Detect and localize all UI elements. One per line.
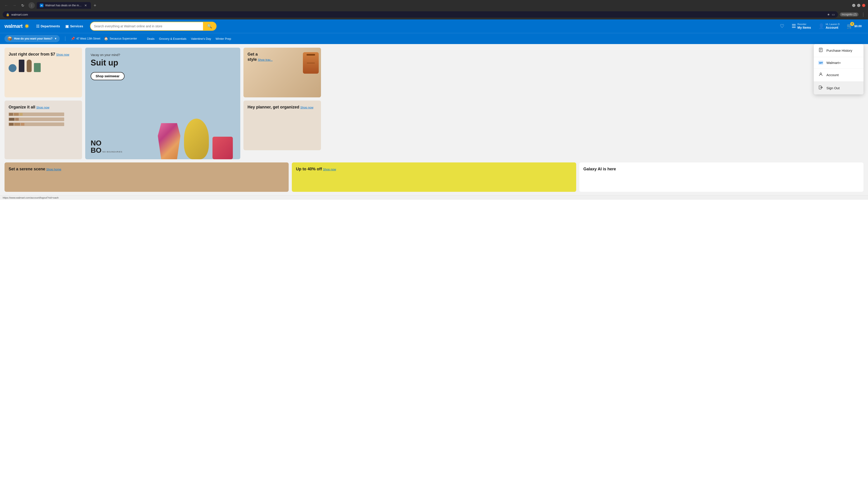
walmart-logo[interactable]: walmart ✸	[4, 23, 29, 30]
divider	[65, 36, 65, 41]
heart-icon: ♡	[780, 23, 784, 29]
account-button[interactable]: 👤 Hi, Lauren D Account	[816, 22, 842, 31]
hero-shop-button[interactable]: Shop swimwear	[91, 72, 125, 80]
person-icon	[818, 72, 823, 78]
store-text: Secaucus Supercenter	[110, 37, 137, 40]
nav-link-grocery[interactable]: Grocery & Essentials	[159, 37, 186, 40]
scene-card[interactable]: Set a serene scene Shop home	[4, 162, 289, 192]
departments-label: Departments	[41, 24, 60, 28]
dropdown-purchase-history[interactable]: Purchase History	[814, 44, 864, 57]
nav-links: Deals Grocery & Essentials Valentine's D…	[147, 37, 231, 40]
account-label-bottom: Account	[826, 26, 840, 30]
tab-close-button[interactable]: ✕	[84, 3, 88, 7]
sale-card-link[interactable]: Shop now	[323, 168, 336, 171]
close-button[interactable]	[862, 4, 865, 7]
delivery-text: How do you want your items?	[14, 37, 53, 40]
cart-total: $0.00	[854, 24, 862, 28]
purchase-history-label: Purchase History	[827, 48, 852, 53]
address-item[interactable]: 📌 47 West 13th Street	[71, 37, 100, 41]
bottom-row: Set a serene scene Shop home Up to 40% o…	[4, 162, 864, 192]
cart-button[interactable]: 🛒 0 $0.00	[845, 22, 864, 30]
receipt-icon	[818, 48, 823, 53]
address-bar: 🔒 walmart.com ★ ▭ Incognito (2) ⋮	[3, 10, 865, 20]
browser-chrome: ← → ↻ ⋮ W Walmart has deals on the most.…	[0, 0, 868, 20]
planner-card[interactable]: Hey planner, get organized Shop now	[243, 101, 321, 150]
incognito-badge[interactable]: Incognito (2)	[840, 12, 859, 17]
dropdown-walmart-plus[interactable]: w+ Walmart+	[814, 57, 864, 68]
main-content: Just right decor from $7 Shop now Organi…	[0, 44, 868, 195]
account-dropdown-label: Account	[827, 73, 839, 77]
sign-out-icon	[818, 85, 823, 91]
walmart-header: walmart ✸ ☷ Departments ▣ Services 🔍 ♡ ☰…	[0, 20, 868, 33]
delivery-selector[interactable]: 📦 How do you want your items? ▼	[4, 35, 60, 42]
galaxy-card[interactable]: Galaxy AI is here	[579, 162, 864, 192]
nav-link-winter[interactable]: Winter Prep	[216, 37, 231, 40]
scene-card-link[interactable]: Shop home	[46, 168, 61, 171]
cards-grid: Just right decor from $7 Shop now Organi…	[4, 48, 321, 159]
departments-icon: ☷	[36, 24, 39, 29]
logo-spark: ✸	[24, 23, 29, 30]
organize-card-link[interactable]: Shop now	[36, 106, 49, 109]
walmart-plus-icon: w+	[818, 61, 823, 65]
store-item[interactable]: 🏠 Secaucus Supercenter	[104, 37, 137, 41]
delivery-icon: 📦	[7, 36, 12, 41]
services-label: Services	[70, 24, 83, 28]
dropdown-account[interactable]: Account	[814, 68, 864, 82]
maximize-button[interactable]: □	[857, 4, 860, 7]
tab-favicon: W	[40, 4, 43, 7]
search-input[interactable]	[90, 22, 203, 30]
hero-card[interactable]: Vacay on your mind? Suit up Shop swimwea…	[85, 48, 240, 159]
store-icon: 🏠	[104, 37, 108, 41]
current-url: walmart.com	[11, 13, 825, 16]
sale-card[interactable]: Up to 40% off Shop now	[292, 162, 576, 192]
right-cards-column: Get astyle Shop trav... Hey planner, get…	[243, 48, 321, 159]
services-button[interactable]: ▣ Services	[63, 23, 86, 30]
status-bar: https://www.walmart.com/account/logout?v…	[0, 195, 868, 200]
nav-link-deals[interactable]: Deals	[147, 37, 154, 40]
secure-icon: 🔒	[6, 13, 9, 16]
reorder-label-top: Reorder	[798, 23, 811, 26]
bookmark-icon[interactable]: ★	[827, 13, 830, 16]
planner-card-link[interactable]: Shop now	[301, 106, 313, 109]
status-url: https://www.walmart.com/account/logout?v…	[3, 196, 59, 199]
hero-subtitle: Vacay on your mind?	[91, 53, 235, 57]
account-dropdown: Purchase History w+ Walmart+ Account	[814, 44, 864, 94]
reorder-icon: ☰	[792, 23, 796, 29]
url-input-area[interactable]: 🔒 walmart.com ★ ▭	[3, 11, 838, 18]
search-button[interactable]: 🔍	[203, 22, 216, 30]
sale-card-title: Up to 40% off	[296, 167, 322, 171]
logo-text: walmart	[4, 23, 23, 29]
organize-card[interactable]: Organize it all Shop now	[4, 101, 82, 159]
new-tab-button[interactable]: +	[92, 2, 98, 8]
reload-button[interactable]: ↻	[19, 2, 26, 9]
scene-card-title: Set a serene scene	[8, 167, 45, 171]
search-bar: 🔍	[90, 22, 217, 31]
forward-button[interactable]: →	[11, 2, 18, 9]
travel-card-title: Get astyle	[248, 52, 258, 62]
header-nav: ☷ Departments ▣ Services	[34, 23, 86, 30]
wishlist-button[interactable]: ♡	[778, 22, 786, 30]
tab-group-button[interactable]: ⋮	[29, 2, 35, 8]
departments-button[interactable]: ☷ Departments	[34, 23, 62, 30]
browser-menu-icon[interactable]: ⋮	[861, 12, 865, 17]
decor-card-link[interactable]: Shop now	[56, 53, 69, 56]
location-pin-icon: 📌	[71, 37, 75, 41]
travel-card[interactable]: Get astyle Shop trav...	[243, 48, 321, 97]
minimize-button[interactable]: –	[852, 4, 855, 7]
location-info: 📌 47 West 13th Street 🏠 Secaucus Superce…	[71, 37, 137, 41]
decor-card[interactable]: Just right decor from $7 Shop now	[4, 48, 82, 97]
active-tab[interactable]: W Walmart has deals on the most... ✕	[37, 2, 91, 9]
svg-point-4	[820, 73, 822, 74]
galaxy-card-title: Galaxy AI is here	[583, 167, 616, 171]
sign-out-label: Sign Out	[827, 86, 839, 90]
reorder-button[interactable]: ☰ Reorder My Items	[790, 22, 813, 31]
dropdown-sign-out[interactable]: Sign Out	[814, 82, 864, 94]
travel-card-link[interactable]: Shop trav...	[258, 58, 273, 61]
split-icon[interactable]: ▭	[832, 13, 835, 16]
decor-card-title: Just right decor from $7	[8, 52, 55, 57]
reorder-label-bottom: My Items	[798, 26, 811, 30]
nav-link-valentines[interactable]: Valentine's Day	[191, 37, 211, 40]
account-label-top: Hi, Lauren D	[826, 23, 840, 26]
back-button[interactable]: ←	[3, 2, 10, 9]
services-icon: ▣	[65, 24, 69, 29]
